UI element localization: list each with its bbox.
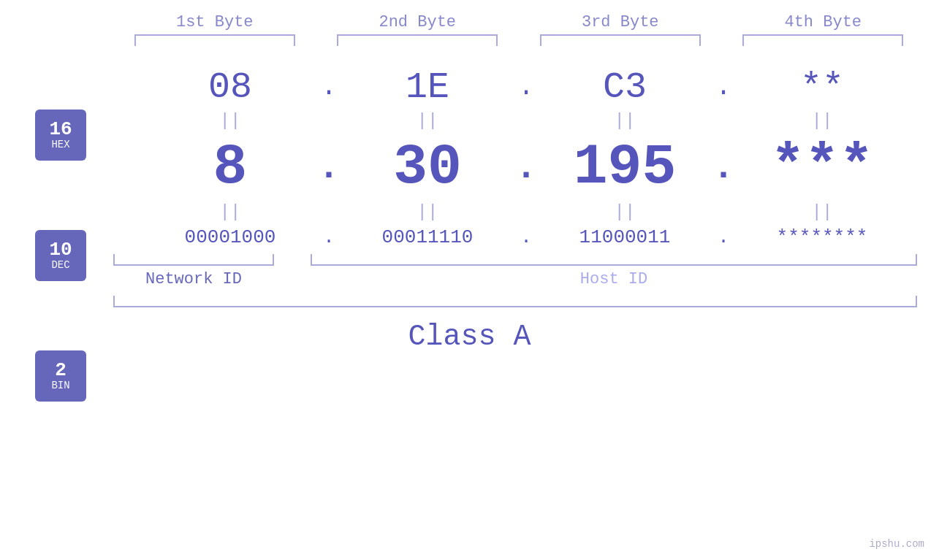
- bin-b2: 00011110: [347, 226, 508, 248]
- hex-dot-3: .: [705, 72, 742, 102]
- bin-dot-2: .: [508, 226, 544, 248]
- dec-data-row: 8 . 30 . 195 . ***: [37, 135, 902, 199]
- bracket-1: [134, 34, 295, 46]
- dec-b4: ***: [742, 135, 902, 199]
- full-bottom-bracket: [113, 296, 917, 307]
- bin-b1: 00001000: [150, 226, 311, 248]
- bin-badge-box: 2 BIN: [35, 350, 86, 402]
- eq2-b4: ||: [742, 202, 902, 222]
- hex-b2: 1E: [347, 66, 508, 108]
- eq1-b2: ||: [347, 111, 508, 131]
- full-bottom-bracket-container: [0, 296, 939, 307]
- hex-dot-2: .: [508, 72, 544, 102]
- class-label: Class A: [408, 321, 531, 353]
- dec-b3: 195: [544, 135, 705, 199]
- byte3-label: 3rd Byte: [540, 13, 701, 31]
- eq1-b1: ||: [150, 111, 311, 131]
- eq2-b2: ||: [347, 202, 508, 222]
- hex-b3: C3: [544, 66, 705, 108]
- hex-data-row: 08 . 1E . C3 . **: [37, 66, 902, 108]
- id-labels-row: Network ID Host ID: [0, 270, 939, 288]
- hex-dot-1: .: [311, 72, 347, 102]
- eq1-b3: ||: [544, 111, 705, 131]
- eq-row-2: || || || ||: [37, 202, 902, 222]
- top-brackets: [0, 34, 939, 46]
- network-bracket: [113, 254, 274, 266]
- hex-b4: **: [742, 66, 902, 108]
- eq1-b4: ||: [742, 111, 902, 131]
- bracket-2: [337, 34, 498, 46]
- header-row: 1st Byte 2nd Byte 3rd Byte 4th Byte: [0, 13, 939, 31]
- byte4-label: 4th Byte: [742, 13, 903, 31]
- bracket-3: [540, 34, 701, 46]
- dec-b2: 30: [347, 135, 508, 199]
- bin-b4: ********: [742, 226, 902, 248]
- eq2-b1: ||: [150, 202, 311, 222]
- bracket-4: [742, 34, 903, 46]
- network-id-label: Network ID: [113, 270, 274, 288]
- hex-badge: 16 HEX: [35, 110, 86, 161]
- eq2-b3: ||: [544, 202, 705, 222]
- dec-badge: 10 DEC: [35, 230, 86, 281]
- hex-badge-box: 16 HEX: [35, 110, 86, 161]
- eq-row-1: || || || ||: [37, 111, 902, 131]
- dec-dot-3: .: [705, 147, 742, 188]
- bin-data-row: 00001000 . 00011110 . 11000011 . *******…: [37, 226, 902, 248]
- dec-b1: 8: [150, 135, 311, 199]
- dec-dot-2: .: [508, 147, 544, 188]
- hex-b1: 08: [150, 66, 311, 108]
- byte1-label: 1st Byte: [134, 13, 295, 31]
- watermark: ipshu.com: [869, 538, 924, 550]
- bin-dot-3: .: [705, 226, 742, 248]
- dec-dot-1: .: [311, 147, 347, 188]
- main-container: 1st Byte 2nd Byte 3rd Byte 4th Byte 16 H…: [0, 0, 939, 560]
- host-id-label: Host ID: [311, 270, 917, 288]
- bottom-brackets-row: [0, 254, 939, 266]
- byte2-label: 2nd Byte: [337, 13, 498, 31]
- bin-badge: 2 BIN: [35, 350, 86, 402]
- bin-dot-1: .: [311, 226, 347, 248]
- host-bracket: [311, 254, 917, 266]
- bin-b3: 11000011: [544, 226, 705, 248]
- dec-badge-box: 10 DEC: [35, 230, 86, 281]
